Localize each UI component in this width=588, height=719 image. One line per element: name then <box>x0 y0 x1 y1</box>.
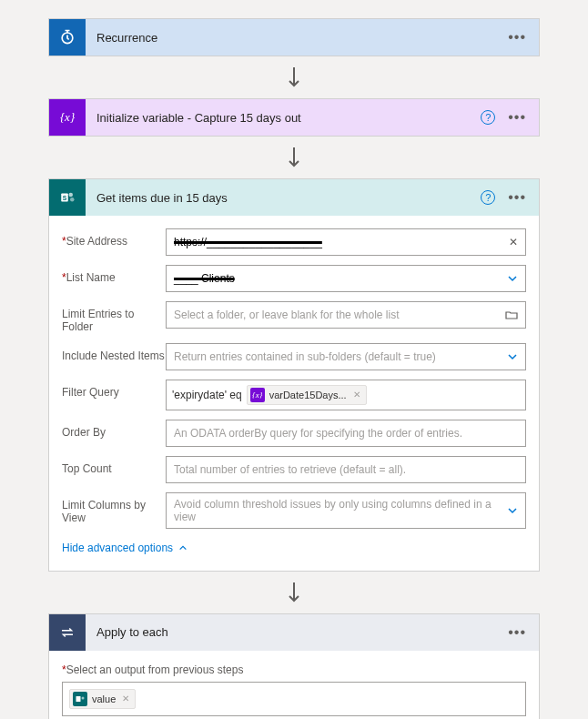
top-count-input[interactable]: Total number of entries to retrieve (def… <box>166 456 526 483</box>
expression-token[interactable]: {x} varDate15Days... ✕ <box>247 385 367 405</box>
field-label: *List Name <box>62 265 166 284</box>
clear-icon[interactable]: ✕ <box>509 236 518 248</box>
value-token[interactable]: value ✕ <box>69 689 136 709</box>
field-limit-columns: Limit Columns by View Avoid column thres… <box>62 492 526 529</box>
clock-icon <box>49 19 86 56</box>
step-title: Recurrence <box>86 31 508 45</box>
step-apply-to-each: Apply to each ••• *Select an output from… <box>48 613 540 719</box>
svg-point-3 <box>69 193 74 197</box>
chevron-up-icon <box>178 543 188 552</box>
loop-icon <box>49 614 86 651</box>
output-input[interactable]: value ✕ <box>62 682 526 716</box>
step-body: *Select an output from previous steps va… <box>49 651 539 719</box>
list-name-select[interactable]: ____ Clients <box>166 265 526 292</box>
variable-icon: {x} <box>250 388 265 402</box>
arrow-connector <box>48 56 540 98</box>
svg-point-4 <box>70 197 75 202</box>
field-site-address: *Site Address https://__________________… <box>62 228 526 256</box>
help-icon[interactable]: ? <box>481 190 495 205</box>
chevron-down-icon <box>507 351 518 362</box>
field-include-nested: Include Nested Items Return entries cont… <box>62 343 526 370</box>
folder-icon[interactable] <box>505 309 518 320</box>
field-order-by: Order By An ODATA orderBy query for spec… <box>62 420 526 447</box>
chevron-down-icon <box>507 505 518 516</box>
field-label: Filter Query <box>62 380 166 399</box>
sharepoint-icon <box>73 692 87 706</box>
svg-text:S: S <box>63 195 67 201</box>
field-top-count: Top Count Total number of entries to ret… <box>62 456 526 483</box>
field-label: Include Nested Items <box>62 343 166 362</box>
step-title: Apply to each <box>86 625 508 639</box>
step-title: Get items due in 15 days <box>86 191 481 205</box>
step-title: Initialize variable - Capture 15 days ou… <box>86 111 481 125</box>
step-initialize-variable: {x} Initialize variable - Capture 15 day… <box>48 98 540 137</box>
help-icon[interactable]: ? <box>481 110 495 125</box>
site-address-input[interactable]: https://___________________ ✕ <box>166 228 526 256</box>
field-limit-folder: Limit Entries to Folder Select a folder,… <box>62 301 526 334</box>
more-icon[interactable]: ••• <box>508 625 526 640</box>
limit-folder-input[interactable]: Select a folder, or leave blank for the … <box>166 301 526 329</box>
field-label: Limit Entries to Folder <box>62 301 166 334</box>
output-label: *Select an output from previous steps <box>62 663 526 676</box>
step-body: *Site Address https://__________________… <box>49 216 539 571</box>
more-icon[interactable]: ••• <box>508 30 526 45</box>
step-header[interactable]: {x} Initialize variable - Capture 15 day… <box>49 99 539 136</box>
svg-rect-5 <box>76 696 81 702</box>
hide-advanced-link[interactable]: Hide advanced options <box>62 542 188 554</box>
variable-icon: {x} <box>49 99 86 136</box>
more-icon[interactable]: ••• <box>508 110 526 125</box>
field-filter-query: Filter Query 'expirydate' eq {x} varDate… <box>62 380 526 410</box>
order-by-input[interactable]: An ODATA orderBy query for specifying th… <box>166 420 526 447</box>
step-header[interactable]: S Get items due in 15 days ? ••• <box>49 179 539 216</box>
field-label: Top Count <box>62 456 166 475</box>
field-list-name: *List Name ____ Clients <box>62 265 526 292</box>
step-header[interactable]: Apply to each ••• <box>49 614 539 651</box>
step-recurrence: Recurrence ••• <box>48 18 540 56</box>
arrow-connector <box>48 137 540 178</box>
step-header[interactable]: Recurrence ••• <box>49 19 539 56</box>
field-label: Limit Columns by View <box>62 492 166 525</box>
filter-query-input[interactable]: 'expirydate' eq {x} varDate15Days... ✕ <box>166 380 526 410</box>
field-label: Order By <box>62 420 166 439</box>
more-icon[interactable]: ••• <box>508 190 526 205</box>
include-nested-select[interactable]: Return entries contained in sub-folders … <box>166 343 526 370</box>
arrow-connector <box>48 572 540 613</box>
field-label: *Site Address <box>62 228 166 248</box>
limit-columns-select[interactable]: Avoid column threshold issues by only us… <box>166 492 526 529</box>
chevron-down-icon <box>507 273 518 284</box>
svg-point-6 <box>82 696 85 699</box>
remove-token-icon[interactable]: ✕ <box>122 694 129 704</box>
remove-token-icon[interactable]: ✕ <box>353 390 360 400</box>
step-get-items: S Get items due in 15 days ? ••• *Site A… <box>48 178 540 572</box>
sharepoint-icon: S <box>49 179 86 216</box>
